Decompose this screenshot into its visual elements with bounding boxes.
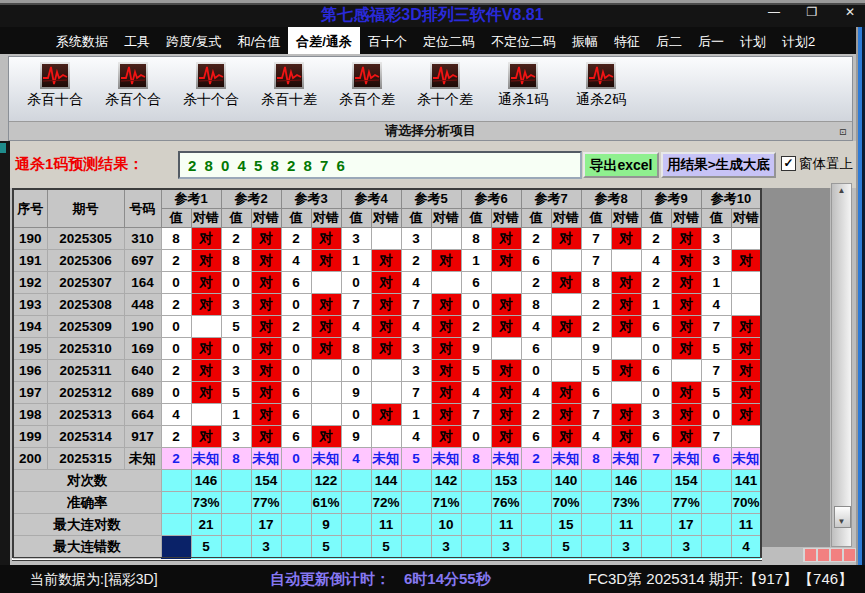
cell-value[interactable]: 9 [341, 382, 371, 404]
cell-result[interactable]: 未知 [551, 448, 581, 470]
cell-issue[interactable]: 2025315 [47, 448, 124, 470]
cell-value[interactable]: 8 [221, 250, 251, 272]
cell-value[interactable]: 2 [641, 272, 671, 294]
cell-value[interactable]: 0 [221, 338, 251, 360]
cell-result[interactable] [311, 404, 341, 426]
cell-result[interactable]: 对 [671, 426, 701, 448]
cell-value[interactable]: 6 [281, 426, 311, 448]
summary-spacer-cell[interactable] [341, 470, 371, 492]
cell-value[interactable]: 2 [521, 228, 551, 250]
cell-issue[interactable]: 2025313 [47, 404, 124, 426]
summary-spacer-cell[interactable] [581, 536, 611, 560]
summary-value-cell[interactable]: 11 [611, 514, 641, 536]
cell-result[interactable]: 未知 [311, 448, 341, 470]
menu-item[interactable]: 百十个 [360, 27, 415, 54]
summary-value-cell[interactable]: 11 [491, 514, 521, 536]
summary-value-cell[interactable]: 122 [311, 470, 341, 492]
cell-value[interactable]: 0 [281, 294, 311, 316]
summary-spacer-cell[interactable] [341, 536, 371, 560]
summary-spacer-cell[interactable] [641, 470, 671, 492]
menu-item[interactable]: 后二 [648, 27, 690, 54]
cell-value[interactable]: 8 [461, 228, 491, 250]
cell-result[interactable]: 对 [251, 426, 281, 448]
cell-seq[interactable]: 195 [13, 338, 47, 360]
cell-number[interactable]: 310 [124, 228, 161, 250]
tool-button[interactable]: 通杀1码 [487, 62, 559, 109]
summary-value-cell[interactable]: 11 [371, 514, 401, 536]
cell-result[interactable]: 未知 [191, 448, 221, 470]
cell-result[interactable]: 对 [251, 316, 281, 338]
cell-value[interactable]: 2 [521, 404, 551, 426]
cell-value[interactable]: 4 [341, 448, 371, 470]
cell-value[interactable]: 6 [521, 250, 551, 272]
cell-result[interactable]: 对 [311, 316, 341, 338]
summary-spacer-cell[interactable] [701, 492, 731, 514]
cell-value[interactable]: 3 [401, 228, 431, 250]
cell-result[interactable]: 对 [371, 294, 401, 316]
summary-spacer-cell[interactable] [461, 514, 491, 536]
cell-value[interactable]: 4 [581, 426, 611, 448]
cell-number[interactable]: 190 [124, 316, 161, 338]
scroll-down-icon[interactable]: ▼ [832, 517, 851, 526]
cell-result[interactable]: 对 [611, 404, 641, 426]
summary-spacer-cell[interactable] [521, 470, 551, 492]
cell-result[interactable]: 对 [371, 316, 401, 338]
cell-value[interactable]: 6 [581, 382, 611, 404]
cell-result[interactable]: 未知 [671, 448, 701, 470]
menu-item[interactable]: 定位二码 [415, 27, 483, 54]
cell-result[interactable]: 对 [671, 250, 701, 272]
cell-result[interactable]: 对 [491, 404, 521, 426]
cell-result[interactable]: 对 [551, 382, 581, 404]
generate-dadi-button[interactable]: 用结果>生成大底 [661, 152, 776, 178]
cell-seq[interactable]: 192 [13, 272, 47, 294]
cell-seq[interactable]: 193 [13, 294, 47, 316]
cell-issue[interactable]: 2025314 [47, 426, 124, 448]
cell-result[interactable]: 对 [431, 250, 461, 272]
cell-result[interactable]: 未知 [371, 448, 401, 470]
cell-value[interactable]: 8 [581, 272, 611, 294]
cell-value[interactable]: 2 [221, 228, 251, 250]
cell-value[interactable]: 4 [701, 294, 731, 316]
cell-result[interactable]: 对 [371, 250, 401, 272]
selected-cell[interactable] [161, 536, 191, 560]
cell-issue[interactable]: 2025306 [47, 250, 124, 272]
cell-value[interactable]: 5 [461, 360, 491, 382]
cell-value[interactable]: 7 [581, 250, 611, 272]
cell-result[interactable]: 对 [491, 250, 521, 272]
summary-value-cell[interactable]: 71% [431, 492, 461, 514]
minimize-button[interactable]: — [765, 4, 783, 20]
cell-result[interactable]: 对 [431, 294, 461, 316]
summary-spacer-cell[interactable] [341, 492, 371, 514]
summary-spacer-cell[interactable] [461, 536, 491, 560]
menu-item-active[interactable]: 合差/通杀 [288, 27, 360, 54]
cell-value[interactable]: 6 [281, 382, 311, 404]
cell-result[interactable] [491, 338, 521, 360]
cell-value[interactable]: 3 [701, 228, 731, 250]
cell-value[interactable]: 4 [641, 250, 671, 272]
cell-result[interactable]: 对 [251, 338, 281, 360]
cell-result[interactable]: 对 [371, 404, 401, 426]
cell-value[interactable]: 6 [521, 426, 551, 448]
cell-result[interactable] [731, 272, 761, 294]
summary-spacer-cell[interactable] [221, 536, 251, 560]
cell-issue[interactable]: 2025310 [47, 338, 124, 360]
cell-result[interactable]: 对 [611, 316, 641, 338]
cell-result[interactable]: 对 [311, 228, 341, 250]
summary-spacer-cell[interactable] [341, 514, 371, 536]
cell-number[interactable]: 169 [124, 338, 161, 360]
cell-result[interactable]: 对 [731, 382, 761, 404]
cell-issue[interactable]: 2025312 [47, 382, 124, 404]
cell-value[interactable]: 4 [341, 316, 371, 338]
cell-result[interactable]: 对 [311, 250, 341, 272]
cell-result[interactable]: 对 [371, 272, 401, 294]
summary-value-cell[interactable]: 144 [371, 470, 401, 492]
cell-result[interactable]: 对 [731, 404, 761, 426]
cell-seq[interactable]: 199 [13, 426, 47, 448]
cell-seq[interactable]: 191 [13, 250, 47, 272]
cell-value[interactable]: 7 [641, 448, 671, 470]
summary-spacer-cell[interactable] [161, 492, 191, 514]
cell-result[interactable] [731, 426, 761, 448]
cell-result[interactable]: 对 [611, 272, 641, 294]
cell-value[interactable]: 5 [701, 338, 731, 360]
cell-value[interactable]: 4 [521, 382, 551, 404]
